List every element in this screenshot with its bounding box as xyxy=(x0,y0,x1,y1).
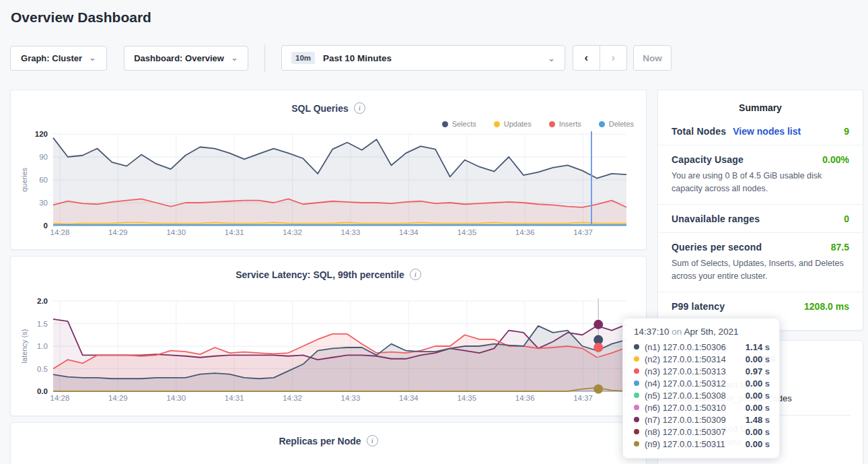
time-nav-group: ‹ › xyxy=(573,45,627,71)
svg-text:14:29: 14:29 xyxy=(108,394,128,402)
chart-hover-tooltip: 14:37:10 on Apr 5th, 2021 (n1) 127.0.0.1… xyxy=(622,318,780,459)
svg-text:14:37: 14:37 xyxy=(573,228,593,236)
page-title: Overview Dashboard xyxy=(11,9,151,26)
svg-text:1.5: 1.5 xyxy=(37,320,48,328)
sql-queries-title: SQL Queries xyxy=(291,103,349,114)
summary-row-label: Unavailable ranges xyxy=(672,213,760,224)
series-dot-icon xyxy=(634,356,639,362)
tooltip-node-value: 0.00 s xyxy=(746,391,770,401)
tooltip-node-row: (n9) 127.0.0.1:503110.00 s xyxy=(634,438,770,450)
chevron-down-icon: ⌄ xyxy=(89,53,96,63)
tooltip-node-value: 0.00 s xyxy=(746,427,770,437)
info-icon[interactable]: i xyxy=(367,435,378,446)
service-latency-chart[interactable]: 14:2814:2914:3014:3114:3214:3314:3414:35… xyxy=(11,296,647,414)
time-range-badge: 10m xyxy=(291,52,315,64)
summary-row-label: Queries per second xyxy=(672,242,762,253)
summary-row: Total NodesView nodes list9 xyxy=(658,117,863,145)
svg-text:14:37: 14:37 xyxy=(573,394,593,402)
svg-text:90: 90 xyxy=(39,153,48,161)
svg-text:14:35: 14:35 xyxy=(457,228,476,236)
series-dot-icon xyxy=(634,368,639,374)
summary-panel: Summary Total NodesView nodes list9Capac… xyxy=(657,90,863,331)
tooltip-node-address: (n5) 127.0.0.1:50308 xyxy=(645,391,726,401)
summary-row-label: P99 latency xyxy=(672,301,725,312)
info-icon[interactable]: i xyxy=(410,269,421,280)
summary-row: Capacity Usage0.00%You are using 0 B of … xyxy=(658,145,863,205)
service-latency-card: Service Latency: SQL, 99th percentile i … xyxy=(10,256,647,416)
time-range-dropdown[interactable]: 10m Past 10 Minutes ⌄ xyxy=(281,45,565,71)
tooltip-node-row: (n6) 127.0.0.1:503100.00 s xyxy=(634,401,770,413)
tooltip-node-row: (n1) 127.0.0.1:503061.14 s xyxy=(634,341,770,353)
svg-text:14:31: 14:31 xyxy=(225,394,244,402)
summary-row-value: 0.00% xyxy=(822,154,849,165)
sql-queries-card: SQL Queries i SelectsUpdatesInsertsDelet… xyxy=(10,90,647,250)
tooltip-node-value: 0.00 s xyxy=(746,403,770,413)
series-dot-icon xyxy=(634,344,639,350)
time-prev-button[interactable]: ‹ xyxy=(573,46,600,70)
svg-text:14:34: 14:34 xyxy=(399,394,419,402)
tooltip-node-address: (n2) 127.0.0.1:50314 xyxy=(645,354,726,364)
svg-text:14:30: 14:30 xyxy=(166,228,186,236)
legend-dot-icon xyxy=(442,121,448,127)
chevron-right-icon: › xyxy=(611,51,615,65)
tooltip-node-row: (n8) 127.0.0.1:503070.00 s xyxy=(634,426,770,438)
summary-row: Unavailable ranges0 xyxy=(658,205,863,233)
toolbar-divider xyxy=(264,44,265,72)
legend-dot-icon xyxy=(599,121,605,127)
summary-row-value: 87.5 xyxy=(831,242,849,253)
tooltip-node-address: (n9) 127.0.0.1:50311 xyxy=(645,439,725,449)
replicas-per-node-card: Replicas per Node i xyxy=(10,422,647,464)
replicas-per-node-title: Replicas per Node xyxy=(279,436,361,446)
time-range-label: Past 10 Minutes xyxy=(323,53,392,63)
tooltip-node-value: 0.00 s xyxy=(746,439,770,449)
svg-text:queries: queries xyxy=(20,167,28,192)
tooltip-node-row: (n5) 127.0.0.1:503080.00 s xyxy=(634,389,770,401)
graph-dropdown[interactable]: Graph: Cluster ⌄ xyxy=(10,46,107,71)
svg-text:14:35: 14:35 xyxy=(457,394,476,402)
time-next-button[interactable]: › xyxy=(600,46,627,70)
sql-queries-chart[interactable]: 14:2814:2914:3014:3114:3214:3314:3414:35… xyxy=(11,127,647,247)
info-icon[interactable]: i xyxy=(354,102,365,114)
svg-text:14:36: 14:36 xyxy=(515,394,535,402)
now-button[interactable]: Now xyxy=(633,45,672,71)
summary-row-description: You are using 0 B of 4.5 GiB usable disk… xyxy=(672,170,849,196)
svg-text:14:32: 14:32 xyxy=(283,394,302,402)
summary-row-value: 1208.0 ms xyxy=(804,301,849,312)
chevron-down-icon: ⌄ xyxy=(548,53,555,63)
svg-text:1.0: 1.0 xyxy=(37,342,48,350)
tooltip-node-row: (n2) 127.0.0.1:503140.00 s xyxy=(634,353,770,365)
chevron-down-icon: ⌄ xyxy=(231,53,238,63)
tooltip-timestamp: 14:37:10 on Apr 5th, 2021 xyxy=(634,327,770,337)
view-nodes-list-link[interactable]: View nodes list xyxy=(733,126,801,137)
series-dot-icon xyxy=(634,417,639,422)
svg-text:30: 30 xyxy=(39,199,48,207)
svg-text:14:34: 14:34 xyxy=(399,228,419,236)
summary-row-description: Sum of Selects, Updates, Inserts, and De… xyxy=(672,257,849,284)
summary-row-label: Total Nodes xyxy=(672,126,726,137)
tooltip-node-address: (n7) 127.0.0.1:50309 xyxy=(645,415,726,425)
summary-heading: Summary xyxy=(658,90,863,113)
svg-text:14:33: 14:33 xyxy=(341,394,361,402)
service-latency-title: Service Latency: SQL, 99th percentile xyxy=(236,269,404,280)
legend-dot-icon xyxy=(494,121,500,127)
tooltip-node-value: 1.48 s xyxy=(746,415,770,425)
summary-row-label: Capacity Usage xyxy=(672,154,744,165)
svg-text:60: 60 xyxy=(39,176,48,184)
series-dot-icon xyxy=(634,405,639,410)
svg-text:2.0: 2.0 xyxy=(37,297,48,305)
svg-text:0.5: 0.5 xyxy=(37,365,48,373)
tooltip-node-row: (n3) 127.0.0.1:503130.97 s xyxy=(634,365,770,377)
tooltip-node-address: (n6) 127.0.0.1:50310 xyxy=(645,403,726,413)
chevron-left-icon: ‹ xyxy=(584,51,588,65)
tooltip-node-value: 0.00 s xyxy=(746,378,770,389)
tooltip-node-address: (n4) 127.0.0.1:50312 xyxy=(645,378,726,389)
svg-text:0: 0 xyxy=(44,222,48,230)
dashboard-dropdown-label: Dashboard: Overview xyxy=(134,53,224,63)
tooltip-node-value: 1.14 s xyxy=(746,342,770,352)
dashboard-dropdown[interactable]: Dashboard: Overview ⌄ xyxy=(124,46,248,71)
svg-text:14:28: 14:28 xyxy=(50,394,70,402)
tooltip-node-value: 0.00 s xyxy=(746,354,770,364)
legend-dot-icon xyxy=(549,121,555,127)
graph-dropdown-label: Graph: Cluster xyxy=(21,53,82,63)
svg-text:120: 120 xyxy=(35,130,48,138)
